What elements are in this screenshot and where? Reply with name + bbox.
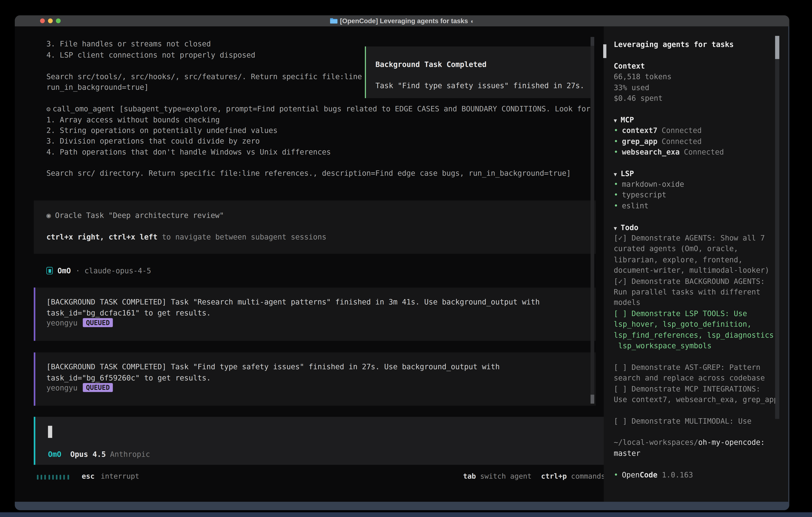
mcp-heading: MCP <box>620 115 634 124</box>
tab-key-hint: tab <box>463 472 476 480</box>
terminal-line: 3. File handles or streams not closed <box>46 38 211 49</box>
input-agent-name: OmO <box>48 450 61 458</box>
terminal-line: 4. LSP client connections not properly d… <box>46 50 255 60</box>
tool-call-text: call_omo_agent [subagent_type=explore, p… <box>53 105 590 113</box>
task-message-line1: [BACKGROUND TASK COMPLETED] Task "Resear… <box>46 298 540 306</box>
oracle-task-title-line: ◉Oracle Task "Deep architecture review" <box>46 211 224 219</box>
mcp-item: •websearch_exaConnected <box>614 146 788 157</box>
todo-line-active: lsp_hover, lsp_goto_definition, <box>614 319 788 329</box>
terminal-line: run_in_background=true] <box>46 82 149 92</box>
todo-line-active: lsp_workspace_symbols <box>614 340 788 351</box>
folder-icon <box>330 18 337 24</box>
esc-key-hint: esc <box>82 472 94 480</box>
todo-line: [ ] Demonstrate MCP INTEGRATIONS: <box>614 383 788 394</box>
queued-status-badge: QUEUED <box>83 318 113 327</box>
sidebar-scrollbar-thumb[interactable] <box>775 36 779 59</box>
workspace-branch: master <box>614 448 788 459</box>
task-message-meta: yeongyu QUEUED <box>46 318 113 327</box>
background-task-toast: Background Task Completed Task "Find typ… <box>365 46 592 98</box>
bullet-icon: • <box>614 126 618 135</box>
session-sidebar: Leveraging agents for tasks Context 66,5… <box>603 26 788 502</box>
lsp-section-header[interactable]: ▼LSP <box>614 168 788 179</box>
todo-line: [ ] Demonstrate AST-GREP: Pattern <box>614 362 788 373</box>
gear-icon: ⚙ <box>46 105 51 113</box>
todo-line: [✓] Demonstrate BACKGROUND AGENTS: <box>614 276 788 287</box>
input-model-name: Opus 4.5 <box>70 450 106 458</box>
terminal-line: Search src/ directory. Return specific f… <box>46 168 571 178</box>
close-window-button[interactable] <box>40 19 45 23</box>
model-selector-row[interactable]: OmO Opus 4.5 Anthropic <box>48 449 150 460</box>
version-number: 1.0.163 <box>658 470 693 479</box>
todo-line-active: [ ] Demonstrate LSP TOOLS: Use <box>614 308 788 319</box>
text-cursor <box>48 426 52 438</box>
moon-status-icon: ◐ <box>471 18 474 24</box>
main-scrollbar-thumb[interactable] <box>590 394 594 404</box>
input-model-provider: Anthropic <box>110 450 150 458</box>
terminal-line: Search src/tools/, src/hooks/, src/featu… <box>46 71 362 82</box>
agent-name: OmO <box>58 267 71 275</box>
context-spent: $0.46 spent <box>614 93 788 104</box>
prompt-input[interactable]: OmO Opus 4.5 Anthropic <box>34 417 605 465</box>
sidebar-left-scrollbar-thumb[interactable] <box>603 45 606 58</box>
window-content: 3. File handles or streams not closed 4.… <box>15 26 789 502</box>
screenshot-root: [OpenCode] Leveraging agents for tasks ◐… <box>0 0 812 517</box>
todo-line: [✓] Demonstrate AGENTS: Show all 7 <box>614 233 788 244</box>
opencode-version: •OpenCode 1.0.163 <box>614 469 788 480</box>
lsp-item: •typescript <box>614 190 788 200</box>
sidebar-scrollbar-track[interactable] <box>775 59 779 419</box>
mcp-section-header[interactable]: ▼MCP <box>614 114 788 125</box>
todo-line-active: lsp_find_references, lsp_diagnostics, <box>614 329 788 340</box>
ctrlp-key-hint: ctrl+p <box>541 472 567 480</box>
todo-line: models <box>614 297 788 308</box>
agent-model: · claude-opus-4-5 <box>76 267 151 275</box>
todo-line: librarian, explore, frontend, <box>614 254 788 265</box>
toast-body: Task "Find type safety issues" finished … <box>375 81 584 89</box>
window-right-border <box>788 26 789 502</box>
opencode-terminal-window: [OpenCode] Leveraging agents for tasks ◐… <box>15 16 789 510</box>
context-used: 33% used <box>614 82 788 93</box>
esc-action-label: interrupt <box>101 472 139 480</box>
todo-line: [ ] Demonstrate MULTIMODAL: Use <box>614 416 788 427</box>
bullet-icon: • <box>614 201 618 210</box>
window-titlebar[interactable]: [OpenCode] Leveraging agents for tasks ◐ <box>15 16 789 26</box>
bullet-icon: • <box>614 148 618 156</box>
chevron-down-icon: ▼ <box>614 117 617 124</box>
stage: [OpenCode] Leveraging agents for tasks ◐… <box>0 0 812 517</box>
main-scrollbar-thumb[interactable] <box>590 37 594 46</box>
zoom-window-button[interactable] <box>56 19 61 23</box>
mcp-item: •grep_appConnected <box>614 136 788 147</box>
todo-section-header[interactable]: ▼Todo <box>614 222 788 233</box>
minimize-window-button[interactable] <box>48 19 53 23</box>
window-title-group: [OpenCode] Leveraging agents for tasks ◐ <box>330 17 474 25</box>
task-message-line1: [BACKGROUND TASK COMPLETED] Task "Find t… <box>46 362 500 371</box>
lsp-item: •markdown-oxide <box>614 179 788 190</box>
background-task-message: [BACKGROUND TASK COMPLETED] Task "Find t… <box>34 352 596 406</box>
traffic-lights <box>40 19 61 23</box>
desktop-bottom-strip <box>0 512 812 517</box>
task-message-line2: task_id="bg_dcfac161" to get results. <box>46 309 211 317</box>
nav-hint-text: to navigate between subagent sessions <box>157 233 326 241</box>
task-message-line2: task_id="bg_6f59260c" to get results. <box>46 374 211 382</box>
bullet-icon: • <box>614 180 618 188</box>
background-task-message: [BACKGROUND TASK COMPLETED] Task "Resear… <box>34 288 596 341</box>
spinner-dots-icon <box>37 475 69 480</box>
agent-checkbox-icon <box>46 267 53 274</box>
context-tokens: 66,518 tokens <box>614 71 788 82</box>
todo-line: search and replace across codebase <box>614 373 788 383</box>
status-bar-right: tab switch agent ctrl+p commands <box>463 472 605 480</box>
nav-shortcut-keys: ctrl+x right, ctrl+x left <box>46 233 157 241</box>
terminal-line: 4. Path operations that don't handle Win… <box>46 147 331 157</box>
chevron-down-icon: ▼ <box>614 171 617 177</box>
task-author: yeongyu <box>46 319 78 327</box>
window-title: [OpenCode] Leveraging agents for tasks <box>340 17 468 25</box>
todo-heading: Todo <box>620 223 638 231</box>
chevron-down-icon: ▼ <box>614 225 617 231</box>
task-author: yeongyu <box>46 383 78 392</box>
mcp-item: •context7Connected <box>614 125 788 136</box>
oracle-task-card: ◉Oracle Task "Deep architecture review" … <box>34 200 596 254</box>
lsp-heading: LSP <box>620 169 634 178</box>
tab-action-label: switch agent <box>480 472 531 480</box>
oracle-task-title: Oracle Task "Deep architecture review" <box>55 211 224 219</box>
bullet-icon: • <box>614 137 618 145</box>
main-scrollbar-track[interactable] <box>590 46 594 404</box>
